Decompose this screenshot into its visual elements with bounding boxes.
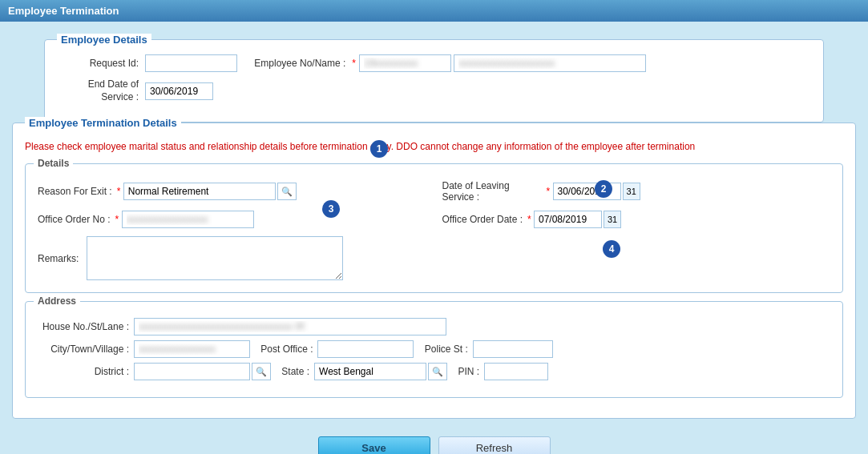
details-inner-section: Details Reason For Exit : * 🔍 Date of Le… [25, 163, 843, 293]
employee-no-input[interactable] [359, 54, 451, 72]
termination-details-title: Employee Termination Details [25, 117, 181, 129]
district-search-button[interactable]: 🔍 [252, 363, 271, 380]
post-office-input[interactable] [317, 340, 414, 358]
reason-label: Reason For Exit : [38, 186, 117, 197]
district-input[interactable] [134, 363, 250, 380]
post-office-label: Post Office : [260, 344, 317, 355]
pin-label: PIN : [458, 366, 484, 377]
house-input[interactable] [134, 318, 446, 335]
reason-search-button[interactable]: 🔍 [277, 183, 297, 200]
date-leaving-group: Date of Leaving Service : * 31 [442, 180, 831, 203]
city-label: City/Town/Village : [38, 344, 134, 355]
reason-input[interactable] [123, 183, 276, 200]
date-leaving-label: Date of Leaving Service : [442, 180, 547, 203]
title-label: Employee Termination [8, 5, 119, 17]
end-date-label: End Date ofService : [57, 78, 145, 103]
police-st-input[interactable] [473, 340, 553, 358]
police-st-label: Police St : [425, 344, 473, 355]
state-label: State : [281, 366, 314, 377]
state-search-button[interactable]: 🔍 [428, 363, 447, 380]
employee-details-section: Employee Details Request Id: Employee No… [44, 39, 824, 123]
request-id-input[interactable] [145, 54, 237, 72]
office-order-date-calendar-button[interactable]: 31 [604, 211, 621, 228]
details-title: Details [34, 158, 73, 169]
title-bar: Employee Termination [0, 0, 868, 22]
pin-input[interactable] [484, 363, 548, 380]
reason-exit-group: Reason For Exit : * 🔍 [38, 180, 426, 203]
remarks-group: Remarks: [38, 236, 830, 280]
city-input[interactable] [134, 340, 250, 358]
office-order-no-group: Office Order No : * [38, 211, 426, 228]
footer-buttons: Save Refresh 5 [12, 427, 856, 454]
address-title: Address [34, 295, 80, 307]
request-id-label: Request Id: [57, 58, 145, 69]
end-date-input[interactable] [145, 82, 213, 100]
office-order-date-label: Office Order Date : [442, 214, 527, 225]
district-label: District : [38, 366, 134, 377]
employee-no-label: Employee No/Name : [248, 58, 352, 69]
date-leaving-calendar-button[interactable]: 31 [623, 183, 640, 200]
termination-details-section: Employee Termination Details Please chec… [12, 123, 856, 419]
employee-name-input[interactable] [454, 54, 646, 72]
remarks-label: Remarks: [38, 253, 83, 264]
office-order-date-group: Office Order Date : * 31 [442, 211, 831, 228]
state-input[interactable] [314, 363, 426, 380]
address-section: Address House No./St/Lane : City/Town/Vi… [25, 301, 843, 398]
office-order-no-label: Office Order No : [38, 214, 115, 225]
warning-text: Please check employee marital status and… [25, 139, 843, 154]
office-order-no-input[interactable] [122, 211, 254, 228]
save-button[interactable]: Save [318, 436, 430, 454]
refresh-button[interactable]: Refresh [438, 436, 551, 454]
remarks-textarea[interactable] [87, 236, 343, 280]
employee-details-title: Employee Details [57, 34, 151, 46]
office-order-date-input[interactable] [534, 211, 602, 228]
house-label: House No./St/Lane : [38, 321, 134, 332]
